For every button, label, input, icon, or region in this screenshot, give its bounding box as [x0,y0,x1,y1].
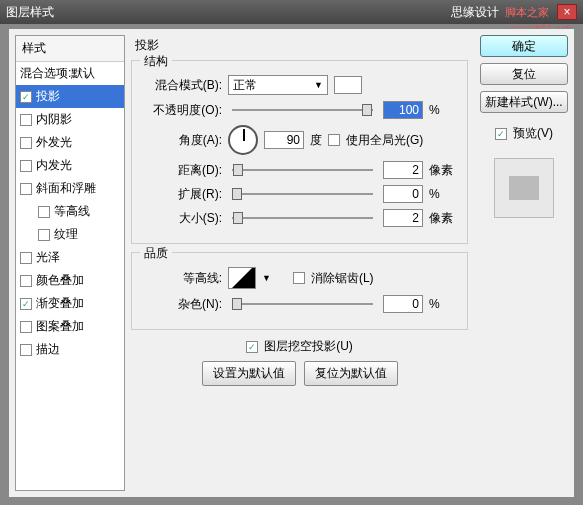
spread-slider[interactable] [232,185,373,203]
sidebar-item-6[interactable]: 纹理 [16,223,124,246]
distance-label: 距离(D): [142,162,222,179]
distance-unit: 像素 [429,162,457,179]
angle-dial[interactable] [228,125,258,155]
contour-label: 等高线: [142,270,222,287]
window-title: 图层样式 [6,4,54,21]
watermark-site: 脚本之家 [505,5,549,20]
style-label: 光泽 [36,249,60,266]
new-style-button[interactable]: 新建样式(W)... [480,91,568,113]
noise-slider[interactable] [232,295,373,313]
opacity-slider[interactable] [232,101,373,119]
style-label: 内阴影 [36,111,72,128]
sidebar-item-10[interactable]: 图案叠加 [16,315,124,338]
size-unit: 像素 [429,210,457,227]
layer-style-dialog: 样式 混合选项:默认 ✓投影内阴影外发光内发光斜面和浮雕等高线纹理光泽颜色叠加✓… [8,28,575,498]
style-checkbox[interactable] [20,114,32,126]
sidebar-item-2[interactable]: 外发光 [16,131,124,154]
angle-label: 角度(A): [142,132,222,149]
preview-checkbox[interactable]: ✓ [495,128,507,140]
style-label: 等高线 [54,203,90,220]
quality-legend: 品质 [140,245,172,262]
style-checkbox[interactable] [38,206,50,218]
opacity-label: 不透明度(O): [142,102,222,119]
style-label: 图案叠加 [36,318,84,335]
style-label: 外发光 [36,134,72,151]
noise-label: 杂色(N): [142,296,222,313]
size-slider[interactable] [232,209,373,227]
style-label: 纹理 [54,226,78,243]
style-checkbox[interactable] [38,229,50,241]
sidebar-item-5[interactable]: 等高线 [16,200,124,223]
watermark-text: 思缘设计 [451,4,499,21]
blend-mode-label: 混合模式(B): [142,77,222,94]
close-button[interactable]: × [557,4,577,20]
reset-default-button[interactable]: 复位为默认值 [304,361,398,386]
distance-slider[interactable] [232,161,373,179]
style-label: 内发光 [36,157,72,174]
spread-label: 扩展(R): [142,186,222,203]
title-bar: 图层样式 思缘设计 脚本之家 × [0,0,583,24]
spread-input[interactable]: 0 [383,185,423,203]
contour-picker[interactable] [228,267,256,289]
settings-panel: 投影 结构 混合模式(B): 正常▼ 不透明度(O): 100 % 角度(A):… [125,29,474,497]
style-checkbox[interactable] [20,344,32,356]
style-checkbox[interactable] [20,275,32,287]
preview-box [494,158,554,218]
structure-legend: 结构 [140,53,172,70]
quality-group: 品质 等高线: ▼ 消除锯齿(L) 杂色(N): 0 % [131,252,468,330]
style-checkbox[interactable]: ✓ [20,298,32,310]
sidebar-item-9[interactable]: ✓渐变叠加 [16,292,124,315]
opacity-input[interactable]: 100 [383,101,423,119]
noise-input[interactable]: 0 [383,295,423,313]
styles-sidebar: 样式 混合选项:默认 ✓投影内阴影外发光内发光斜面和浮雕等高线纹理光泽颜色叠加✓… [15,35,125,491]
spread-unit: % [429,187,457,201]
style-checkbox[interactable] [20,252,32,264]
structure-group: 结构 混合模式(B): 正常▼ 不透明度(O): 100 % 角度(A): 90… [131,60,468,244]
style-checkbox[interactable] [20,183,32,195]
chevron-down-icon[interactable]: ▼ [262,273,271,283]
cancel-button[interactable]: 复位 [480,63,568,85]
sidebar-item-11[interactable]: 描边 [16,338,124,361]
style-label: 描边 [36,341,60,358]
style-checkbox[interactable]: ✓ [20,91,32,103]
right-buttons: 确定 复位 新建样式(W)... ✓预览(V) [474,29,574,497]
blend-mode-select[interactable]: 正常▼ [228,75,328,95]
style-checkbox[interactable] [20,321,32,333]
sidebar-item-4[interactable]: 斜面和浮雕 [16,177,124,200]
style-label: 投影 [36,88,60,105]
global-light-label: 使用全局光(G) [346,132,423,149]
opacity-unit: % [429,103,457,117]
style-label: 渐变叠加 [36,295,84,312]
style-checkbox[interactable] [20,137,32,149]
preview-label: 预览(V) [513,125,553,142]
sidebar-item-1[interactable]: 内阴影 [16,108,124,131]
style-label: 颜色叠加 [36,272,84,289]
angle-input[interactable]: 90 [264,131,304,149]
distance-input[interactable]: 2 [383,161,423,179]
panel-title: 投影 [131,35,468,60]
chevron-down-icon: ▼ [314,80,323,90]
angle-unit: 度 [310,132,322,149]
knockout-label: 图层挖空投影(U) [264,338,353,355]
blend-options-row[interactable]: 混合选项:默认 [16,62,124,85]
sidebar-item-0[interactable]: ✓投影 [16,85,124,108]
antialias-label: 消除锯齿(L) [311,270,374,287]
sidebar-header: 样式 [16,36,124,62]
global-light-checkbox[interactable] [328,134,340,146]
style-checkbox[interactable] [20,160,32,172]
noise-unit: % [429,297,457,311]
style-label: 斜面和浮雕 [36,180,96,197]
shadow-color-swatch[interactable] [334,76,362,94]
size-label: 大小(S): [142,210,222,227]
sidebar-item-3[interactable]: 内发光 [16,154,124,177]
make-default-button[interactable]: 设置为默认值 [202,361,296,386]
sidebar-item-7[interactable]: 光泽 [16,246,124,269]
knockout-checkbox[interactable]: ✓ [246,341,258,353]
sidebar-item-8[interactable]: 颜色叠加 [16,269,124,292]
antialias-checkbox[interactable] [293,272,305,284]
ok-button[interactable]: 确定 [480,35,568,57]
size-input[interactable]: 2 [383,209,423,227]
